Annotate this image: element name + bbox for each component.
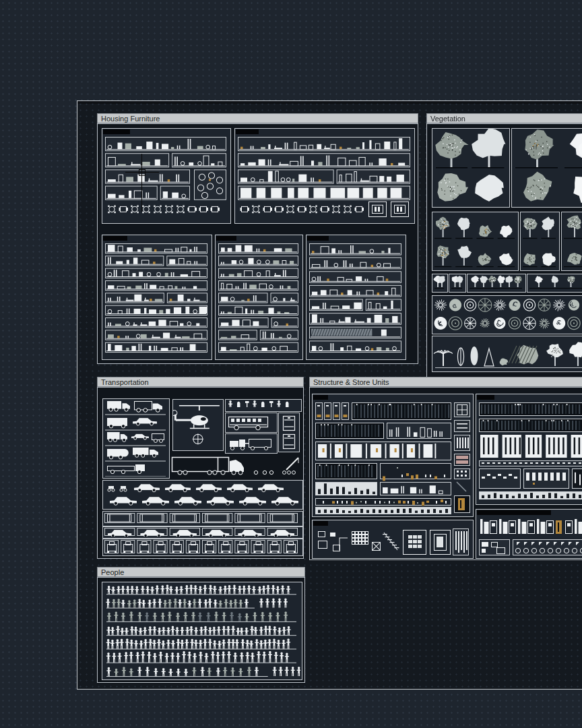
block-subgroup-floorplan[interactable] xyxy=(312,520,474,559)
block-subgroup-storebottom[interactable] xyxy=(476,509,582,559)
block-group-vegetation[interactable]: Vegetation xyxy=(426,113,582,377)
blocks-canvas-treecells xyxy=(432,212,517,269)
block-subgroup-treestrip[interactable] xyxy=(449,274,466,293)
blocks-canvas-storeright xyxy=(476,394,582,503)
subgroup-label-tab xyxy=(103,236,127,241)
cad-viewport[interactable]: { "app": {"kind": "cad-model-space"}, "c… xyxy=(0,0,582,728)
subgroup-label-tab xyxy=(477,510,551,515)
blocks-canvas-treecells xyxy=(562,212,582,269)
block-subgroup-truckscol[interactable] xyxy=(102,398,170,479)
block-subgroup-storeleft[interactable] xyxy=(312,394,474,517)
blocks-canvas-peoplerows xyxy=(102,582,300,678)
blocks-canvas-floorplan xyxy=(313,520,472,557)
crosshair-cursor-vertical xyxy=(141,154,142,212)
group-title-transportation: Transportation xyxy=(97,377,304,387)
block-subgroup-vanpair[interactable] xyxy=(278,413,300,452)
block-group-housing-furniture[interactable]: Housing Furniture xyxy=(97,113,418,364)
subgroup-label-tab xyxy=(313,395,328,400)
block-subgroup-furn[interactable] xyxy=(234,128,415,224)
block-subgroup-semirow[interactable] xyxy=(170,454,302,477)
blocks-canvas-plantrees xyxy=(432,296,582,332)
blocks-canvas-carsidegrid xyxy=(103,527,301,537)
blocks-canvas-semirow xyxy=(170,454,302,477)
block-subgroup-trailer[interactable] xyxy=(225,433,278,454)
block-subgroup-treequad[interactable] xyxy=(432,128,510,208)
block-subgroup-plantrees[interactable] xyxy=(432,295,582,334)
blocks-canvas-truckscol xyxy=(103,399,168,477)
block-subgroup-vanplangrid[interactable] xyxy=(102,511,303,526)
subgroup-label-tab xyxy=(313,521,328,526)
group-title-people: People xyxy=(97,567,305,577)
block-subgroup-furn[interactable] xyxy=(102,128,231,224)
block-group-people[interactable]: People xyxy=(97,567,305,683)
subgroup-label-tab xyxy=(477,395,494,400)
block-subgroup-furn[interactable] xyxy=(102,235,212,360)
block-subgroup-treequad[interactable] xyxy=(511,128,582,208)
group-body-housing-furniture xyxy=(97,123,418,364)
block-subgroup-treecells[interactable] xyxy=(520,212,560,271)
block-group-structure-store-units[interactable]: Structure & Store Units xyxy=(309,377,582,560)
subgroup-label-tab xyxy=(307,236,329,241)
block-subgroup-carsrows[interactable] xyxy=(102,480,303,510)
block-subgroup-peoplerows[interactable] xyxy=(102,582,302,680)
group-body-transportation xyxy=(97,387,304,559)
block-subgroup-carfrontgrid[interactable] xyxy=(102,539,303,556)
blocks-canvas-carfrontgrid xyxy=(103,539,301,554)
group-body-people xyxy=(97,577,305,683)
block-subgroup-furn[interactable] xyxy=(306,235,406,360)
blocks-canvas-storebottom xyxy=(476,510,582,557)
blocks-canvas-vanplangrid xyxy=(103,512,301,524)
pickbox-cursor xyxy=(139,169,146,176)
block-group-transportation[interactable]: Transportation xyxy=(97,377,304,559)
blocks-canvas-furn xyxy=(216,235,301,358)
block-subgroup-treestrip[interactable] xyxy=(467,274,526,293)
blocks-canvas-furn xyxy=(306,235,404,358)
blocks-canvas-bus xyxy=(226,413,276,431)
blocks-canvas-treequad xyxy=(512,129,582,206)
block-subgroup-carsidegrid[interactable] xyxy=(102,526,303,539)
blocks-canvas-trailer xyxy=(226,434,276,452)
block-subgroup-tinystrip[interactable] xyxy=(225,399,302,412)
block-subgroup-storeright[interactable] xyxy=(476,394,582,505)
blocks-canvas-treestrip xyxy=(467,274,524,291)
block-subgroup-treestrip[interactable] xyxy=(527,274,582,293)
subgroup-label-tab xyxy=(216,236,236,241)
blocks-canvas-treequad xyxy=(432,129,508,206)
block-subgroup-treerow[interactable] xyxy=(432,336,582,372)
blocks-canvas-furn xyxy=(235,129,413,222)
blocks-canvas-treerow xyxy=(432,336,582,370)
group-title-structure-store-units: Structure & Store Units xyxy=(309,377,582,387)
blocks-canvas-treestrip xyxy=(432,274,446,291)
blocks-canvas-carsrows xyxy=(103,481,301,508)
drawing-frame[interactable]: Housing FurnitureVegetationTransportatio… xyxy=(77,100,582,690)
block-subgroup-furn[interactable] xyxy=(215,235,303,360)
group-title-housing-furniture: Housing Furniture xyxy=(97,113,418,123)
subgroup-label-tab xyxy=(236,129,259,134)
blocks-canvas-furn xyxy=(102,235,210,358)
block-subgroup-heli[interactable] xyxy=(172,399,224,451)
block-subgroup-treecells[interactable] xyxy=(432,212,519,271)
blocks-canvas-storeleft xyxy=(313,394,472,515)
blocks-canvas-treecells xyxy=(521,212,558,269)
group-title-vegetation: Vegetation xyxy=(426,113,582,123)
blocks-canvas-treestrip xyxy=(527,274,582,291)
block-subgroup-treecells[interactable] xyxy=(561,212,582,271)
block-subgroup-bus[interactable] xyxy=(225,413,278,433)
blocks-canvas-tinystrip xyxy=(226,400,300,410)
blocks-canvas-vanpair xyxy=(279,413,298,450)
blocks-canvas-furn xyxy=(102,129,229,222)
subgroup-label-tab xyxy=(103,129,130,134)
group-body-structure-store-units xyxy=(309,387,582,560)
blocks-canvas-heli xyxy=(173,400,222,449)
block-subgroup-treestrip[interactable] xyxy=(432,274,448,293)
blocks-canvas-treestrip xyxy=(449,274,464,291)
group-body-vegetation xyxy=(426,123,582,377)
